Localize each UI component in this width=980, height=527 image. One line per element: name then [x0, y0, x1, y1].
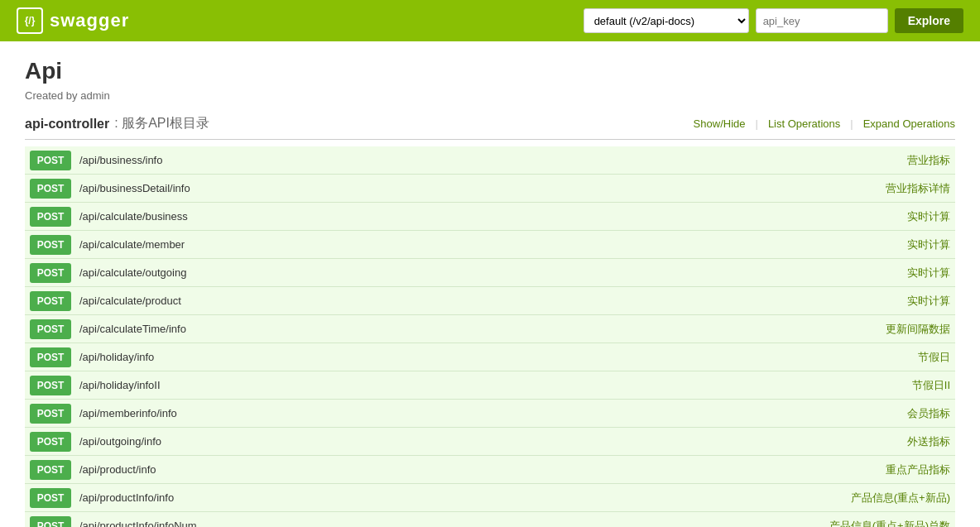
- controller-actions: Show/Hide | List Operations | Expand Ope…: [694, 117, 955, 130]
- method-badge: POST: [30, 179, 71, 199]
- api-path: /api/memberinfo/info: [79, 407, 851, 419]
- api-row[interactable]: POST/api/outgoing/info外送指标: [25, 428, 955, 456]
- api-desc: 产品信息(重点+新品)总数: [829, 519, 950, 528]
- api-path: /api/product/info: [79, 463, 851, 476]
- method-badge: POST: [30, 319, 71, 339]
- api-row[interactable]: POST/api/businessDetail/info营业指标详情: [25, 175, 955, 203]
- api-desc: 营业指标详情: [851, 181, 950, 196]
- api-desc: 更新间隔数据: [851, 322, 950, 337]
- url-select[interactable]: default (/v2/api-docs): [584, 8, 749, 33]
- api-desc: 会员指标: [851, 406, 950, 421]
- api-path: /api/business/info: [79, 154, 851, 166]
- method-badge: POST: [30, 207, 71, 227]
- api-desc: 外送指标: [851, 434, 950, 449]
- api-row[interactable]: POST/api/productInfo/info产品信息(重点+新品): [25, 484, 955, 512]
- method-badge: POST: [30, 516, 71, 528]
- method-badge: POST: [30, 404, 71, 424]
- api-path: /api/calculate/product: [79, 295, 851, 307]
- api-key-input[interactable]: [756, 8, 888, 33]
- api-row[interactable]: POST/api/holiday/info节假日: [25, 343, 955, 371]
- api-list: POST/api/business/info营业指标POST/api/busin…: [25, 146, 955, 527]
- api-row[interactable]: POST/api/memberinfo/info会员指标: [25, 400, 955, 428]
- api-desc: 产品信息(重点+新品): [851, 491, 950, 505]
- header-controls: default (/v2/api-docs) Explore: [584, 8, 963, 33]
- explore-button[interactable]: Explore: [895, 8, 963, 33]
- api-desc: 实时计算: [851, 294, 950, 309]
- method-badge: POST: [30, 376, 71, 395]
- api-desc: 重点产品指标: [851, 462, 950, 477]
- api-row[interactable]: POST/api/product/info重点产品指标: [25, 456, 955, 484]
- api-row[interactable]: POST/api/calculate/member实时计算: [25, 231, 955, 259]
- api-desc: 实时计算: [851, 237, 950, 252]
- api-row[interactable]: POST/api/productInfo/infoNum产品信息(重点+新品)总…: [25, 512, 955, 527]
- method-badge: POST: [30, 460, 71, 480]
- method-badge: POST: [30, 291, 71, 311]
- controller-header: api-controller : 服务API根目录 Show/Hide | Li…: [25, 115, 955, 140]
- api-row[interactable]: POST/api/business/info营业指标: [25, 146, 955, 175]
- api-row[interactable]: POST/api/holiday/infoII节假日II: [25, 371, 955, 400]
- header: {/} swagger default (/v2/api-docs) Explo…: [0, 0, 980, 41]
- page-title: Api: [25, 58, 955, 84]
- method-badge: POST: [30, 263, 71, 283]
- method-badge: POST: [30, 347, 71, 367]
- api-row[interactable]: POST/api/calculateTime/info更新间隔数据: [25, 315, 955, 343]
- api-path: /api/calculate/member: [79, 238, 851, 251]
- swagger-icon: {/}: [17, 7, 43, 34]
- api-desc: 节假日II: [851, 378, 950, 393]
- api-desc: 节假日: [851, 350, 950, 365]
- api-row[interactable]: POST/api/calculate/outgoing实时计算: [25, 259, 955, 287]
- api-path: /api/productInfo/info: [79, 491, 851, 504]
- api-row[interactable]: POST/api/calculate/business实时计算: [25, 203, 955, 231]
- list-operations-action[interactable]: List Operations: [768, 117, 840, 130]
- swagger-brand-title: swagger: [50, 10, 129, 31]
- created-by-text: Created by admin: [25, 89, 955, 102]
- api-desc: 实时计算: [851, 266, 950, 280]
- api-path: /api/outgoing/info: [79, 435, 851, 448]
- api-desc: 营业指标: [851, 153, 950, 168]
- method-badge: POST: [30, 432, 71, 452]
- api-path: /api/calculateTime/info: [79, 323, 851, 335]
- method-badge: POST: [30, 151, 71, 170]
- api-path: /api/calculate/outgoing: [79, 266, 851, 279]
- method-badge: POST: [30, 488, 71, 508]
- api-path: /api/businessDetail/info: [79, 182, 851, 194]
- controller-desc: : 服务API根目录: [114, 115, 209, 132]
- expand-operations-action[interactable]: Expand Operations: [863, 117, 955, 130]
- controller-name: api-controller: [25, 117, 109, 132]
- api-desc: 实时计算: [851, 209, 950, 224]
- main-content: Api Created by admin api-controller : 服务…: [0, 41, 980, 527]
- api-path: /api/holiday/infoII: [79, 379, 851, 391]
- method-badge: POST: [30, 235, 71, 255]
- api-path: /api/holiday/info: [79, 351, 851, 363]
- api-path: /api/productInfo/infoNum: [79, 520, 829, 527]
- api-row[interactable]: POST/api/calculate/product实时计算: [25, 287, 955, 315]
- show-hide-action[interactable]: Show/Hide: [694, 117, 746, 130]
- api-path: /api/calculate/business: [79, 210, 851, 223]
- swagger-logo: {/} swagger: [17, 7, 129, 34]
